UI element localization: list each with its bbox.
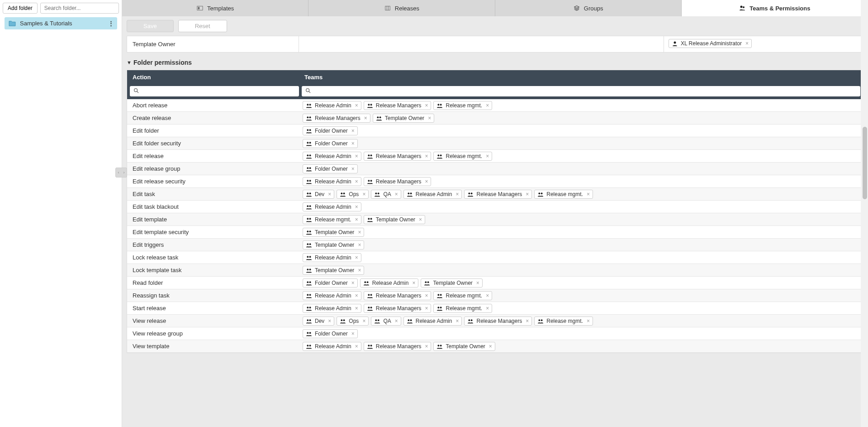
permission-teams[interactable]: Folder Owner×: [299, 163, 863, 175]
team-tag[interactable]: Folder Owner×: [303, 278, 358, 288]
team-tag[interactable]: Release Admin×: [303, 291, 361, 300]
tab-groups[interactable]: Groups: [495, 0, 682, 16]
remove-icon[interactable]: ×: [355, 153, 358, 159]
team-tag[interactable]: Dev×: [303, 317, 334, 326]
permission-teams[interactable]: Folder Owner×Release Admin×Template Owne…: [299, 277, 863, 289]
remove-icon[interactable]: ×: [486, 305, 489, 312]
tab-releases[interactable]: Releases: [308, 0, 495, 16]
team-tag[interactable]: Release Admin×: [303, 177, 361, 186]
team-tag[interactable]: Release Admin×: [403, 190, 462, 199]
remove-icon[interactable]: ×: [419, 216, 422, 223]
remove-icon[interactable]: ×: [745, 40, 749, 47]
remove-icon[interactable]: ×: [425, 178, 428, 185]
remove-icon[interactable]: ×: [425, 293, 428, 299]
remove-icon[interactable]: ×: [355, 254, 358, 261]
team-tag[interactable]: Release mgmt.×: [433, 152, 492, 161]
add-folder-button[interactable]: Add folder: [3, 3, 38, 14]
permission-teams[interactable]: Release Admin×: [299, 201, 863, 213]
permission-teams[interactable]: Template Owner×: [299, 226, 863, 238]
team-tag[interactable]: Release mgmt.×: [534, 190, 593, 199]
remove-icon[interactable]: ×: [355, 204, 358, 210]
permission-teams[interactable]: Template Owner×: [299, 239, 863, 251]
team-tag[interactable]: Ops×: [337, 317, 369, 326]
vertical-scrollbar[interactable]: [861, 0, 868, 427]
permission-teams[interactable]: Release Admin×Release Managers×Release m…: [299, 99, 863, 111]
team-tag[interactable]: Release Managers×: [464, 190, 532, 199]
remove-icon[interactable]: ×: [395, 318, 398, 324]
remove-icon[interactable]: ×: [476, 280, 479, 286]
team-tag[interactable]: Release Managers×: [364, 152, 432, 161]
remove-icon[interactable]: ×: [351, 166, 355, 172]
remove-icon[interactable]: ×: [425, 343, 428, 350]
remove-icon[interactable]: ×: [425, 305, 428, 312]
permission-teams[interactable]: Release Admin×Release Managers×Release m…: [299, 302, 863, 314]
team-tag[interactable]: Release Managers×: [364, 342, 432, 351]
team-tag[interactable]: Template Owner×: [303, 266, 364, 275]
remove-icon[interactable]: ×: [351, 140, 355, 147]
remove-icon[interactable]: ×: [587, 318, 590, 324]
remove-icon[interactable]: ×: [328, 318, 331, 324]
team-tag[interactable]: Template Owner×: [303, 240, 364, 249]
team-tag[interactable]: QA×: [371, 317, 401, 326]
remove-icon[interactable]: ×: [587, 191, 590, 197]
owner-member-tag[interactable]: XL Release Administrator ×: [669, 39, 752, 48]
team-tag[interactable]: Folder Owner×: [303, 329, 358, 338]
remove-icon[interactable]: ×: [428, 115, 431, 121]
action-search[interactable]: [130, 86, 299, 96]
team-tag[interactable]: Release Managers×: [364, 177, 432, 186]
folder-item-samples[interactable]: Samples & Tutorials ⋮: [5, 17, 117, 29]
remove-icon[interactable]: ×: [362, 318, 365, 324]
team-tag[interactable]: Release Admin×: [303, 202, 361, 211]
team-tag[interactable]: Release Managers×: [364, 304, 432, 313]
permission-teams[interactable]: Folder Owner×: [299, 327, 863, 340]
folder-permissions-toggle[interactable]: ▼ Folder permissions: [127, 59, 863, 66]
team-tag[interactable]: Release Admin×: [303, 304, 361, 313]
remove-icon[interactable]: ×: [355, 305, 358, 312]
team-tag[interactable]: Release Admin×: [360, 278, 419, 288]
remove-icon[interactable]: ×: [358, 267, 361, 273]
team-tag[interactable]: Release Admin×: [303, 342, 361, 351]
permission-teams[interactable]: Dev×Ops×QA×Release Admin×Release Manager…: [299, 188, 863, 200]
folder-menu-icon[interactable]: ⋮: [108, 20, 114, 27]
team-tag[interactable]: Template Owner×: [303, 228, 364, 237]
team-tag[interactable]: Folder Owner×: [303, 126, 358, 135]
tab-templates[interactable]: Templates: [122, 0, 308, 16]
permission-teams[interactable]: Folder Owner×: [299, 125, 863, 137]
team-tag[interactable]: Folder Owner×: [303, 164, 358, 173]
remove-icon[interactable]: ×: [425, 102, 428, 109]
remove-icon[interactable]: ×: [486, 153, 489, 159]
team-tag[interactable]: Folder Owner×: [303, 139, 358, 148]
remove-icon[interactable]: ×: [358, 242, 361, 248]
team-tag[interactable]: QA×: [371, 190, 401, 199]
team-tag[interactable]: Ops×: [337, 190, 369, 199]
team-tag[interactable]: Release mgmt.×: [433, 101, 492, 110]
remove-icon[interactable]: ×: [351, 280, 355, 286]
remove-icon[interactable]: ×: [355, 178, 358, 185]
permission-teams[interactable]: Folder Owner×: [299, 137, 863, 149]
permission-teams[interactable]: Template Owner×: [299, 264, 863, 276]
team-tag[interactable]: Release Managers×: [364, 101, 432, 110]
permission-teams[interactable]: Release Admin×Release Managers×Release m…: [299, 150, 863, 162]
remove-icon[interactable]: ×: [355, 343, 358, 350]
remove-icon[interactable]: ×: [526, 318, 529, 324]
permission-teams[interactable]: Release Admin×Release Managers×: [299, 175, 863, 187]
team-tag[interactable]: Release Admin×: [303, 253, 361, 262]
remove-icon[interactable]: ×: [526, 191, 529, 197]
remove-icon[interactable]: ×: [455, 318, 459, 324]
remove-icon[interactable]: ×: [328, 191, 331, 197]
remove-icon[interactable]: ×: [425, 153, 428, 159]
remove-icon[interactable]: ×: [362, 191, 365, 197]
remove-icon[interactable]: ×: [489, 343, 492, 350]
collapse-left-icon[interactable]: ‹: [116, 168, 121, 177]
permission-teams[interactable]: Dev×Ops×QA×Release Admin×Release Manager…: [299, 315, 863, 327]
team-tag[interactable]: Release Managers×: [464, 317, 532, 326]
team-tag[interactable]: Template Owner×: [373, 114, 434, 123]
teams-search[interactable]: [302, 86, 860, 96]
scrollbar-thumb[interactable]: [863, 127, 867, 199]
team-tag[interactable]: Release Admin×: [303, 152, 361, 161]
remove-icon[interactable]: ×: [486, 102, 489, 109]
team-tag[interactable]: Release Admin×: [303, 101, 361, 110]
remove-icon[interactable]: ×: [355, 293, 358, 299]
team-tag[interactable]: Template Owner×: [364, 215, 425, 224]
remove-icon[interactable]: ×: [455, 191, 459, 197]
